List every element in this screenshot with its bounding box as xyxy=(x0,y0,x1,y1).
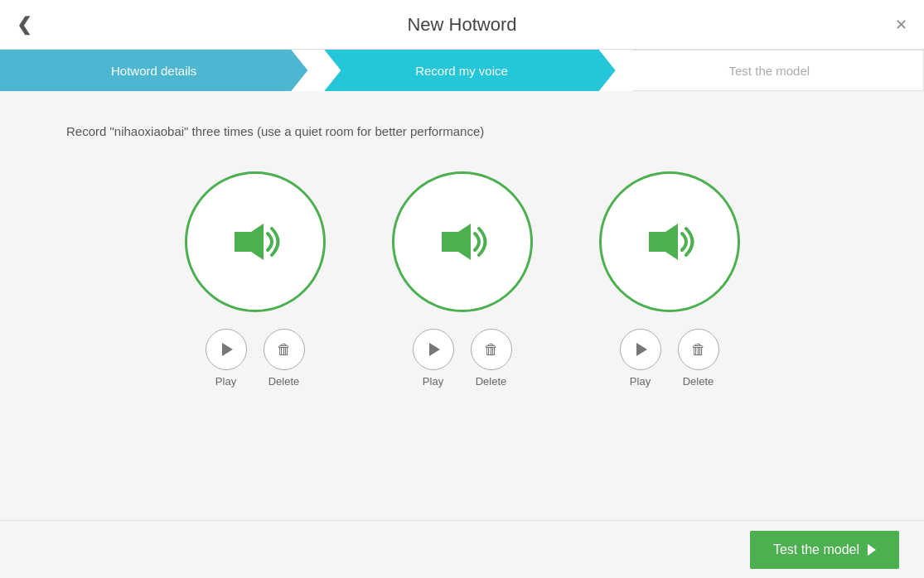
controls-3: Play 🗑 Delete xyxy=(620,329,719,388)
header: ❮ New Hotword ✕ xyxy=(0,0,924,50)
close-button[interactable]: ✕ xyxy=(895,17,907,32)
recordings-row: Play 🗑 Delete xyxy=(66,171,858,388)
delete-label-3: Delete xyxy=(683,375,714,388)
delete-group-2: 🗑 Delete xyxy=(471,329,512,388)
record-circle-3[interactable] xyxy=(599,171,740,312)
play-group-1: Play xyxy=(206,329,247,388)
delete-button-1[interactable]: 🗑 xyxy=(264,329,305,370)
delete-button-2[interactable]: 🗑 xyxy=(471,329,512,370)
chevron-right-icon xyxy=(868,544,876,556)
delete-group-1: 🗑 Delete xyxy=(264,329,305,388)
speaker-icon-1 xyxy=(226,217,284,267)
record-circle-1[interactable] xyxy=(185,171,326,312)
play-label-1: Play xyxy=(215,375,236,388)
delete-button-3[interactable]: 🗑 xyxy=(678,329,719,370)
play-label-3: Play xyxy=(630,375,651,388)
recording-item-2: Play 🗑 Delete xyxy=(392,171,533,388)
play-button-3[interactable] xyxy=(620,329,661,370)
play-icon-1 xyxy=(222,343,233,356)
trash-icon-1: 🗑 xyxy=(277,341,292,359)
controls-1: Play 🗑 Delete xyxy=(206,329,305,388)
play-label-2: Play xyxy=(423,375,443,388)
step-test-model[interactable]: Test the model xyxy=(616,50,924,91)
svg-marker-1 xyxy=(442,224,471,260)
controls-2: Play 🗑 Delete xyxy=(413,329,512,388)
instruction-text: Record "nihaoxiaobai" three times (use a… xyxy=(66,124,858,138)
step3-label: Test the model xyxy=(729,64,810,78)
back-button[interactable]: ❮ xyxy=(17,14,31,36)
main-content: Record "nihaoxiaobai" three times (use a… xyxy=(0,91,924,520)
delete-group-3: 🗑 Delete xyxy=(678,329,719,388)
step1-label: Hotword details xyxy=(111,64,196,78)
stepper-nav: Hotword details Record my voice Test the… xyxy=(0,50,924,91)
play-group-3: Play xyxy=(620,329,661,388)
delete-label-2: Delete xyxy=(476,375,507,388)
recording-item-1: Play 🗑 Delete xyxy=(185,171,326,388)
play-button-1[interactable] xyxy=(206,329,247,370)
page-title: New Hotword xyxy=(407,14,516,36)
close-icon: ✕ xyxy=(895,17,907,33)
delete-label-1: Delete xyxy=(268,375,300,388)
play-group-2: Play xyxy=(413,329,454,388)
step-hotword-details[interactable]: Hotword details xyxy=(0,50,307,91)
play-icon-3 xyxy=(636,343,647,356)
svg-marker-2 xyxy=(649,224,678,260)
play-icon-2 xyxy=(429,343,440,356)
step-record-voice[interactable]: Record my voice xyxy=(307,50,615,91)
step2-label: Record my voice xyxy=(415,64,508,78)
svg-marker-0 xyxy=(235,224,264,260)
trash-icon-3: 🗑 xyxy=(691,341,706,359)
trash-icon-2: 🗑 xyxy=(484,341,499,359)
main-window: ❮ New Hotword ✕ Hotword details Record m… xyxy=(0,0,924,578)
play-button-2[interactable] xyxy=(413,329,454,370)
record-circle-2[interactable] xyxy=(392,171,533,312)
recording-item-3: Play 🗑 Delete xyxy=(599,171,740,388)
speaker-icon-3 xyxy=(641,217,699,267)
test-model-button[interactable]: Test the model xyxy=(750,531,899,569)
back-icon: ❮ xyxy=(17,14,31,36)
test-btn-label: Test the model xyxy=(773,542,859,557)
footer: Test the model xyxy=(0,520,924,578)
speaker-icon-2 xyxy=(433,217,491,267)
